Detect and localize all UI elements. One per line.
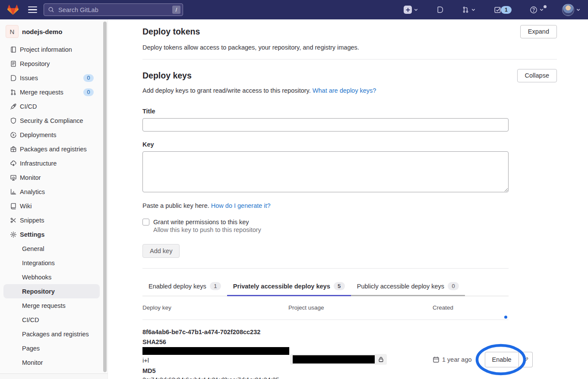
sidebar-subitem-webhooks[interactable]: Webhooks xyxy=(3,270,100,284)
sidebar-subitem-pages[interactable]: Pages xyxy=(3,341,100,355)
tab-count-badge: 1 xyxy=(210,282,221,290)
chevron-down-icon xyxy=(539,7,544,12)
deploy-tokens-description: Deploy tokens allow access to packages, … xyxy=(142,44,557,51)
md5-label: MD5 xyxy=(142,367,288,374)
project-avatar: N xyxy=(6,25,19,38)
global-search[interactable]: / xyxy=(44,3,183,16)
security-icon xyxy=(10,117,17,124)
deploy-key-cell: 8f6a4ab6-be7c-47b1-a474-702f208cc232 SHA… xyxy=(142,329,288,379)
fingerprint-fragment: i+l xyxy=(142,357,288,364)
edit-key-button[interactable] xyxy=(519,352,533,367)
help-icon xyxy=(530,6,537,14)
redacted-project-bar xyxy=(293,355,375,363)
project-usage-badge[interactable] xyxy=(290,354,387,365)
snippets-icon xyxy=(10,216,17,224)
new-menu-button[interactable] xyxy=(402,6,420,14)
column-header-project-usage: Project usage xyxy=(288,304,433,311)
sidebar-subitem-integrations[interactable]: Integrations xyxy=(3,256,100,270)
sidebar-item-project-information[interactable]: Project information xyxy=(0,42,107,56)
repository-icon xyxy=(10,60,17,67)
deploy-tokens-section: Deploy tokens Expand Deploy tokens allow… xyxy=(142,25,557,51)
user-menu-button[interactable] xyxy=(561,4,582,16)
sidebar-item-label: Packages and registries xyxy=(19,146,87,153)
chevron-down-icon xyxy=(471,7,476,12)
sidebar-item-label: Issues xyxy=(19,75,38,81)
deploy-keys-section: Deploy keys Collapse Add deploy keys to … xyxy=(142,69,557,379)
expand-button[interactable]: Expand xyxy=(520,25,557,38)
sidebar-item-snippets[interactable]: Snippets xyxy=(0,213,107,227)
sidebar-item-analytics[interactable]: Analytics xyxy=(0,185,107,199)
merge-request-icon xyxy=(462,6,469,13)
sidebar-item-repository[interactable]: Repository xyxy=(0,56,107,71)
tab-privately-accessible-deploy-keys[interactable]: Privately accessible deploy keys5 xyxy=(227,269,351,296)
calendar-icon xyxy=(433,356,439,363)
sidebar-footer xyxy=(0,373,107,379)
enable-button[interactable]: Enable xyxy=(485,352,519,367)
sidebar-item-label: Settings xyxy=(19,231,44,238)
collapse-button[interactable]: Collapse xyxy=(517,69,557,82)
sidebar-subitem-monitor[interactable]: Monitor xyxy=(3,355,100,370)
sidebar-item-label: Security & Compliance xyxy=(19,117,83,124)
tab-label: Publicly accessible deploy keys xyxy=(357,283,444,290)
sidebar-subitem-label: Monitor xyxy=(22,359,43,366)
search-input[interactable] xyxy=(57,6,169,14)
count-badge: 0 xyxy=(83,88,94,96)
sidebar-item-merge-requests[interactable]: Merge requests0 xyxy=(0,85,107,99)
sidebar-item-packages-and-registries[interactable]: Packages and registries xyxy=(0,142,107,156)
sidebar-subitem-repository[interactable]: Repository xyxy=(3,284,100,298)
ci-cd-icon xyxy=(10,103,17,110)
deploy-tokens-title: Deploy tokens xyxy=(142,27,200,37)
project-name: nodejs-demo xyxy=(22,28,62,35)
sidebar-subitem-merge-requests[interactable]: Merge requests xyxy=(3,298,100,313)
sidebar-subitem-packages-and-registries[interactable]: Packages and registries xyxy=(3,327,100,341)
deployments-icon xyxy=(10,131,17,138)
merge-requests-icon xyxy=(10,88,17,96)
help-menu-button[interactable] xyxy=(528,6,545,14)
title-label: Title xyxy=(142,108,557,115)
add-key-button[interactable]: Add key xyxy=(142,244,180,258)
sidebar-item-issues[interactable]: Issues0 xyxy=(0,71,107,85)
hamburger-menu-icon[interactable] xyxy=(28,6,37,13)
settings-icon xyxy=(10,231,17,238)
todo-count-badge: 1 xyxy=(501,6,512,14)
sidebar-item-infrastructure[interactable]: Infrastructure xyxy=(0,156,107,170)
table-row: 8f6a4ab6-be7c-47b1-a474-702f208cc232 SHA… xyxy=(142,320,509,379)
tab-enabled-deploy-keys[interactable]: Enabled deploy keys1 xyxy=(142,269,227,296)
gitlab-logo-icon[interactable] xyxy=(7,4,19,16)
write-permission-checkbox[interactable] xyxy=(142,219,149,226)
deploy-key-title-input[interactable] xyxy=(142,118,509,132)
what-are-deploy-keys-link[interactable]: What are deploy keys? xyxy=(313,87,376,94)
project-sidebar: N nodejs-demo Project informationReposit… xyxy=(0,19,108,379)
how-generate-link[interactable]: How do I generate it? xyxy=(211,202,271,209)
sidebar-item-label: Merge requests xyxy=(19,89,63,96)
project-header[interactable]: N nodejs-demo xyxy=(0,19,107,42)
write-permission-label: Grant write permissions to this key xyxy=(153,219,249,226)
sidebar-item-label: Repository xyxy=(19,60,50,67)
sidebar-item-settings[interactable]: Settings xyxy=(0,227,107,241)
sidebar-item-label: Infrastructure xyxy=(19,160,57,167)
sidebar-item-wiki[interactable]: Wiki xyxy=(0,199,107,213)
sidebar-subitem-general[interactable]: General xyxy=(3,241,100,256)
sidebar-item-security-compliance[interactable]: Security & Compliance xyxy=(0,113,107,128)
pencil-icon xyxy=(522,357,529,363)
sidebar-subitem-label: Pages xyxy=(22,345,40,352)
sidebar-item-ci-cd[interactable]: CI/CD xyxy=(0,99,107,113)
tab-publicly-accessible-deploy-keys[interactable]: Publicly accessible deploy keys0 xyxy=(351,269,465,296)
infrastructure-icon xyxy=(10,160,17,167)
sidebar-item-label: Project information xyxy=(19,46,72,53)
sidebar-item-label: Wiki xyxy=(19,203,32,210)
settings-repository-page: Deploy tokens Expand Deploy tokens allow… xyxy=(108,19,588,379)
sidebar-item-deployments[interactable]: Deployments xyxy=(0,128,107,142)
todos-button[interactable]: 1 xyxy=(493,6,513,14)
sidebar-item-monitor[interactable]: Monitor xyxy=(0,170,107,185)
deploy-key-input[interactable] xyxy=(142,151,509,192)
top-navbar: / 1 xyxy=(0,0,588,19)
monitor-icon xyxy=(10,174,17,181)
sidebar-scrollbar[interactable] xyxy=(103,22,107,372)
issues-shortcut-button[interactable] xyxy=(435,6,445,13)
plus-icon xyxy=(404,6,412,14)
sidebar-subitem-ci-cd[interactable]: CI/CD xyxy=(3,313,100,327)
sidebar-item-label: Snippets xyxy=(19,217,44,224)
merge-requests-menu-button[interactable] xyxy=(461,6,477,13)
created-time: 1 year ago xyxy=(442,356,472,363)
